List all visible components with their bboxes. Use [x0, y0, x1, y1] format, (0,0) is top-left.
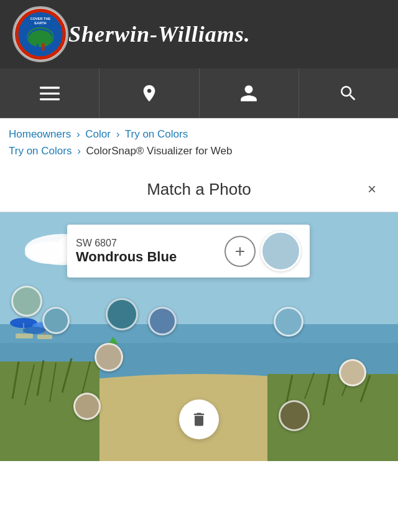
- color-swatch: [261, 231, 301, 271]
- svg-rect-41: [37, 335, 52, 339]
- close-button[interactable]: ×: [358, 175, 386, 203]
- add-color-button[interactable]: +: [224, 236, 256, 267]
- breadcrumb: Homeowners › Color › Try on Colors Try o…: [0, 118, 398, 167]
- header: COVER THE EARTH Sherwin-Williams.: [0, 0, 398, 68]
- svg-text:EARTH: EARTH: [34, 21, 46, 25]
- match-bar: Match a Photo ×: [0, 167, 398, 212]
- svg-rect-10: [40, 98, 60, 100]
- color-chip-card: SW 6807 Wondrous Blue +: [67, 225, 310, 278]
- location-button[interactable]: [100, 68, 199, 118]
- svg-point-39: [23, 327, 45, 334]
- breadcrumb-current: ColorSnap® Visualizer for Web: [86, 145, 233, 157]
- color-chip-text: SW 6807 Wondrous Blue: [76, 238, 224, 265]
- breadcrumb-sep-2: ›: [116, 128, 120, 140]
- svg-rect-4: [36, 44, 39, 51]
- breadcrumb-color[interactable]: Color: [85, 128, 111, 140]
- account-button[interactable]: [200, 68, 299, 118]
- logo: COVER THE EARTH: [12, 6, 68, 62]
- svg-rect-8: [40, 86, 60, 88]
- main-content: Match a Photo ×: [0, 167, 398, 461]
- match-title: Match a Photo: [40, 180, 358, 199]
- menu-button[interactable]: [0, 68, 100, 118]
- breadcrumb-try-on[interactable]: Try on Colors: [125, 128, 188, 140]
- brand-name: Sherwin-Williams.: [68, 21, 251, 47]
- svg-text:COVER THE: COVER THE: [30, 17, 51, 21]
- trash-icon: [190, 411, 208, 428]
- svg-rect-40: [16, 334, 33, 338]
- photo-area: SW 6807 Wondrous Blue +: [0, 212, 398, 461]
- breadcrumb-colors[interactable]: Try on Colors: [9, 145, 72, 157]
- delete-button[interactable]: [179, 399, 219, 439]
- color-code: SW 6807: [76, 238, 224, 249]
- breadcrumb-sep-1: ›: [76, 128, 80, 140]
- svg-rect-5: [42, 43, 45, 51]
- breadcrumb-homeowners[interactable]: Homeowners: [9, 128, 71, 140]
- navbar: [0, 68, 398, 118]
- color-dot-3[interactable]: [106, 298, 138, 330]
- breadcrumb-sep-3: ›: [77, 145, 81, 157]
- color-name: Wondrous Blue: [76, 249, 224, 265]
- svg-rect-9: [40, 92, 60, 94]
- search-button[interactable]: [299, 68, 398, 118]
